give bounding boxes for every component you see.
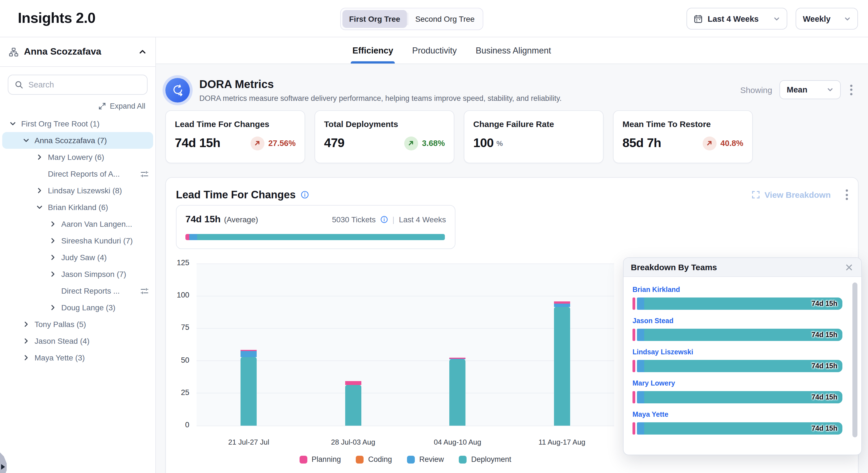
- chevron-right-icon[interactable]: [22, 354, 30, 361]
- kebab-menu-icon[interactable]: [843, 187, 850, 203]
- summary-phase-bar: [185, 234, 445, 240]
- chevron-right-icon[interactable]: [22, 337, 30, 345]
- search-input[interactable]: [28, 80, 141, 89]
- filter-sliders-icon[interactable]: [140, 170, 149, 178]
- chevron-down-icon[interactable]: [9, 120, 17, 127]
- tree-item[interactable]: Brian Kirkland (6): [0, 199, 155, 216]
- chevron-right-icon[interactable]: [49, 237, 57, 244]
- tree-item[interactable]: Direct Reports ...: [0, 283, 155, 299]
- trend-value: 3.68%: [422, 139, 445, 148]
- chevron-up-icon[interactable]: [138, 48, 147, 56]
- trend-value: 40.8%: [720, 139, 743, 148]
- filter-sliders-icon[interactable]: [140, 287, 149, 295]
- tree-item[interactable]: Sireesha Kunduri (7): [0, 232, 155, 249]
- metric-card-unit: %: [496, 139, 503, 147]
- tree-item[interactable]: Jason Stead (4): [0, 333, 155, 349]
- tree-item[interactable]: Aaron Van Langen...: [0, 216, 155, 232]
- metric-trend: 40.8%: [703, 136, 743, 150]
- legend-item[interactable]: Planning: [299, 455, 341, 464]
- info-icon[interactable]: [301, 190, 309, 199]
- org-tree-toggle-option[interactable]: First Org Tree: [342, 10, 407, 28]
- tab-productivity[interactable]: Productivity: [412, 37, 457, 63]
- org-tree-toggle: First Org TreeSecond Org Tree: [340, 8, 484, 30]
- breakdown-panel-title: Breakdown By Teams: [631, 262, 844, 272]
- chevron-right-icon[interactable]: [36, 187, 43, 195]
- chevron-right-icon[interactable]: [49, 270, 57, 278]
- granularity-select[interactable]: Weekly: [796, 8, 858, 30]
- tree-spacer: [36, 170, 43, 178]
- tab-efficiency[interactable]: Efficiency: [352, 37, 393, 63]
- tree-item-label: Jason Stead (4): [34, 336, 90, 346]
- tree-item-label: Doug Lange (3): [61, 303, 116, 312]
- panel-scrollbar-thumb[interactable]: [852, 283, 858, 437]
- chevron-down-icon[interactable]: [36, 203, 43, 211]
- stacked-bar: [241, 350, 257, 426]
- trend-value: 27.56%: [268, 139, 296, 148]
- panel-scrollbar[interactable]: [852, 282, 858, 447]
- team-name-link[interactable]: Brian Kirkland: [632, 286, 842, 294]
- tab-business-alignment[interactable]: Business Alignment: [476, 37, 551, 63]
- team-phase-bar: 74d 15h: [632, 391, 842, 403]
- info-icon[interactable]: [380, 216, 388, 224]
- tree-item-label: Judy Saw (4): [61, 253, 106, 262]
- tree-item[interactable]: Jason Simpson (7): [0, 266, 155, 283]
- legend-item[interactable]: Coding: [356, 455, 392, 464]
- phase-segment-planning: [632, 391, 635, 403]
- metric-trend: 3.68%: [404, 136, 445, 150]
- sidebar-collapse-handle[interactable]: [0, 452, 7, 473]
- tree-item-label: Tony Pallas (5): [34, 320, 86, 329]
- team-phase-bar: 74d 15h: [632, 422, 842, 435]
- chevron-right-icon[interactable]: [36, 153, 43, 161]
- chevron-right-icon[interactable]: [49, 254, 57, 261]
- close-icon[interactable]: [844, 262, 854, 272]
- kebab-menu-icon[interactable]: [848, 82, 855, 98]
- legend-item[interactable]: Deployment: [459, 455, 512, 464]
- tree-item[interactable]: Tony Pallas (5): [0, 316, 155, 333]
- metric-card-title: Total Deployments: [324, 119, 445, 129]
- tree-item[interactable]: Anna Scozzafava (7): [2, 132, 153, 149]
- team-name-link[interactable]: Maya Yette: [632, 411, 842, 418]
- summary-value: 74d 15h: [185, 214, 221, 225]
- chart-gridline: [196, 328, 614, 329]
- metric-card: Mean Time To Restore85d 7h40.8%: [613, 110, 753, 163]
- view-breakdown-button[interactable]: View Breakdown: [752, 190, 831, 200]
- sidebar: Anna Scozzafava Expand All First Org Tre…: [0, 37, 156, 473]
- top-bar: Insights 2.0 First Org TreeSecond Org Tr…: [0, 0, 868, 37]
- team-name-link[interactable]: Mary Lowery: [632, 379, 842, 387]
- team-name-link[interactable]: Lindsay Liszewski: [632, 348, 842, 356]
- aggregation-select[interactable]: Mean: [779, 80, 841, 99]
- x-axis-tick-label: 04 Aug-10 Aug: [405, 438, 510, 446]
- legend-item[interactable]: Review: [407, 455, 444, 464]
- chevron-right-icon[interactable]: [22, 320, 30, 328]
- team-row: Jason Stead74d 15h: [632, 317, 842, 341]
- metric-cards-row: Lead Time For Changes74d 15h27.56%Total …: [165, 110, 753, 163]
- chevron-right-icon[interactable]: [49, 304, 57, 312]
- bar-segment-deployment: [554, 307, 570, 426]
- expand-all-button[interactable]: Expand All: [10, 102, 145, 110]
- chevron-right-icon[interactable]: [49, 220, 57, 228]
- tree-item[interactable]: Maya Yette (3): [0, 349, 155, 366]
- lead-time-summary: 74d 15h (Average) 5030 Tickets | Last 4 …: [176, 205, 456, 249]
- date-range-select[interactable]: Last 4 Weeks: [686, 8, 787, 30]
- tree-item[interactable]: Doug Lange (3): [0, 299, 155, 316]
- tabs-bar: EfficiencyProductivityBusiness Alignment: [156, 37, 868, 64]
- view-breakdown-label: View Breakdown: [765, 190, 831, 200]
- metric-card-value: 479: [324, 136, 344, 150]
- tree-item-label: First Org Tree Root (1): [21, 119, 100, 128]
- tree-item-label: Maya Yette (3): [34, 353, 85, 362]
- tree-item-label: Direct Reports of A...: [48, 169, 120, 178]
- tree-item[interactable]: Lindsay Liszewski (8): [0, 182, 155, 199]
- tree-item[interactable]: First Org Tree Root (1): [0, 115, 155, 132]
- y-axis-tick-label: 75: [166, 323, 189, 332]
- tree-item[interactable]: Mary Lowery (6): [0, 149, 155, 166]
- org-tree-toggle-option[interactable]: Second Org Tree: [409, 10, 481, 28]
- team-value: 74d 15h: [811, 300, 837, 307]
- team-name-link[interactable]: Jason Stead: [632, 317, 842, 325]
- tree-item[interactable]: Judy Saw (4): [0, 249, 155, 266]
- trend-up-arrow-icon: [703, 136, 717, 150]
- chevron-down-icon[interactable]: [22, 137, 30, 144]
- metric-card: Change Failure Rate100%: [464, 110, 603, 163]
- team-phase-bar: 74d 15h: [632, 297, 842, 310]
- sidebar-user-row[interactable]: Anna Scozzafava: [0, 37, 155, 67]
- tree-item[interactable]: Direct Reports of A...: [0, 166, 155, 182]
